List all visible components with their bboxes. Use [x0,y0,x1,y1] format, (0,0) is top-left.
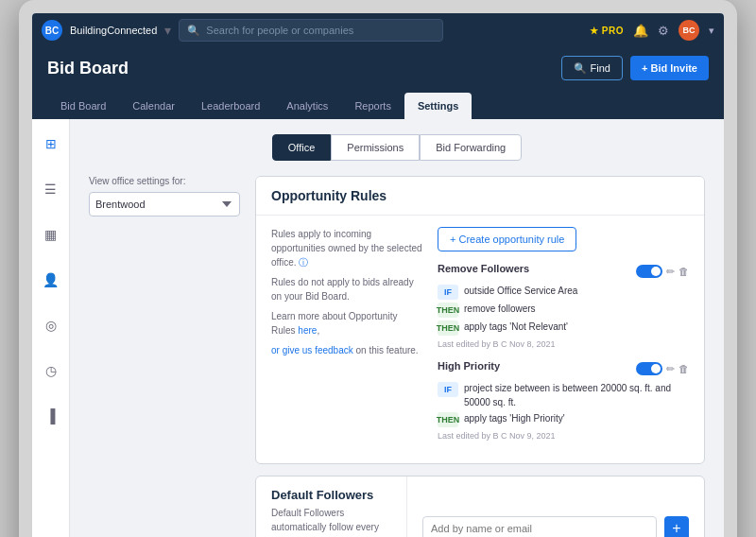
main-nav: Bid Board Calendar Leaderboard Analytics… [32,89,724,119]
desc-line3: Learn more about Opportunity Rules here, [271,309,422,338]
desc-line4: or give us feedback on this feature. [271,343,422,357]
search-bar-container: 🔍 [179,19,443,42]
rule-1-condition-3: THEN apply tags 'Not Relevant' [438,320,689,336]
rule-2-edit-icon[interactable]: ✏ [666,363,675,375]
opportunity-rules-title: Opportunity Rules [271,188,689,203]
view-office-label: View office settings for: [89,176,240,186]
rule-2-condition-2: THEN apply tags 'High Priority' [438,411,689,427]
default-followers-card: Default Followers Default Followers auto… [255,476,705,537]
right-col: Opportunity Rules Rules apply to incomin… [255,176,705,537]
rule-2-condition-1: IF project size between is between 20000… [438,381,689,409]
rule-2-delete-icon[interactable]: 🗑 [679,363,689,374]
rules-description: Rules apply to incoming opportunities ow… [271,227,422,452]
left-sidebar: ⊞ ☰ ▦ 👤 ◎ ◷ ▐ ℹ [32,119,70,537]
tab-reports[interactable]: Reports [341,93,404,119]
followers-description: Default Followers automatically follow e… [271,506,391,537]
rule-1-then-2-badge: THEN [438,320,458,336]
subtab-office[interactable]: Office [272,134,332,161]
rule-1-if-text: outside Office Service Area [464,284,689,298]
create-rule-button[interactable]: + Create opportunity rule [438,227,576,251]
rule-2-if-badge: IF [438,382,458,397]
rule-1-condition-2: THEN remove followers [438,302,689,318]
rule-1-delete-icon[interactable]: 🗑 [679,266,689,277]
search-icon: 🔍 [187,25,200,37]
desc-line1: Rules apply to incoming opportunities ow… [271,227,422,269]
rule-1-edit-icon[interactable]: ✏ [666,266,675,278]
tab-calendar[interactable]: Calendar [119,93,188,119]
followers-right: + [407,476,704,537]
nav-divider: ▾ [164,23,171,38]
followers-left: Default Followers Default Followers auto… [256,476,407,537]
tab-settings[interactable]: Settings [404,93,472,119]
sub-tabs: Office Permissions Bid Forwarding [89,134,705,161]
info-circle: ⓘ [299,257,308,268]
search-input[interactable] [206,25,435,36]
content-area: ⊞ ☰ ▦ 👤 ◎ ◷ ▐ ℹ Office Pe [32,119,724,537]
rule-1-edit-info: Last edited by B C Nov 8, 2021 [438,339,689,349]
add-follower-button[interactable]: + [664,516,689,538]
pro-badge: ★ PRO [590,26,624,36]
tab-analytics[interactable]: Analytics [273,93,341,119]
sidebar-icon-chart[interactable]: ▐ [36,401,66,431]
top-bar-right: ★ PRO 🔔 ⚙ BC ▾ [590,20,714,41]
sidebar-icon-grid[interactable]: ⊞ [36,129,66,159]
desc-line2: Rules do not apply to bids already on yo… [271,275,422,303]
card-header-opportunity-rules: Opportunity Rules [256,177,704,216]
rule-1-title: Remove Followers [438,263,529,274]
rules-content: + Create opportunity rule Remove Followe… [438,227,689,452]
rule-2-then-text: apply tags 'High Priority' [464,411,689,425]
followers-search-input[interactable] [422,516,657,538]
page-title: Bid Board [47,59,129,78]
rule-2-toggle[interactable] [636,362,662,375]
rule-1-actions: ✏ 🗑 [636,265,689,278]
rule-1-toggle[interactable] [636,265,662,278]
feedback-link[interactable]: or give us feedback [271,345,353,355]
two-col-layout: View office settings for: Brentwood Oppo… [89,176,705,537]
notification-icon[interactable]: 🔔 [633,24,648,38]
top-bar: BC BuildingConnected ▾ 🔍 ★ PRO 🔔 ⚙ BC ▾ [32,13,724,47]
bid-invite-button[interactable]: + Bid Invite [630,56,709,80]
here-link[interactable]: here [298,325,317,336]
subtab-permissions[interactable]: Permissions [331,134,420,161]
brand-name: BuildingConnected [70,25,157,36]
page-header: Bid Board 🔍 Find + Bid Invite [32,47,724,89]
rules-layout: Rules apply to incoming opportunities ow… [271,227,689,452]
sidebar-icon-calendar[interactable]: ▦ [36,219,66,250]
left-panel: View office settings for: Brentwood [89,176,240,537]
office-select[interactable]: Brentwood [89,192,240,217]
sidebar-icon-person[interactable]: 👤 [36,265,66,295]
rule-2-edit-info: Last edited by B C Nov 9, 2021 [438,431,689,441]
card-body-opportunity-rules: Rules apply to incoming opportunities ow… [256,216,704,463]
rule-1-if-badge: IF [438,285,458,300]
sidebar-icon-gear[interactable]: ◎ [36,310,66,340]
rule-2-then-badge: THEN [438,412,458,427]
settings-icon[interactable]: ⚙ [658,24,669,38]
user-avatar[interactable]: BC [679,20,699,41]
find-button[interactable]: 🔍 Find [561,56,623,80]
logo-badge[interactable]: BC [42,20,62,41]
subtab-bid-forwarding[interactable]: Bid Forwarding [420,134,522,161]
followers-title: Default Followers [271,488,391,502]
rule-1-condition-1: IF outside Office Service Area [438,284,689,300]
rule-2-title: High Priority [438,360,500,372]
tab-leaderboard[interactable]: Leaderboard [188,93,273,119]
rule-high-priority: High Priority ✏ 🗑 [438,360,689,441]
tab-bid-board[interactable]: Bid Board [47,93,119,119]
sidebar-icon-clock[interactable]: ◷ [36,355,66,386]
followers-inner: Default Followers Default Followers auto… [256,476,704,537]
header-actions: 🔍 Find + Bid Invite [561,56,709,80]
sidebar-icon-list[interactable]: ☰ [36,174,66,204]
opportunity-rules-card: Opportunity Rules Rules apply to incomin… [255,176,705,464]
rule-2-actions: ✏ 🗑 [636,362,689,375]
rule-remove-followers: Remove Followers ✏ 🗑 [438,263,689,349]
rule-1-then-1-badge: THEN [438,303,458,318]
user-dropdown-arrow[interactable]: ▾ [709,25,714,37]
rule-1-then-1-text: remove followers [464,302,689,316]
page-content: Office Permissions Bid Forwarding View o… [70,119,724,537]
find-icon: 🔍 [574,62,587,75]
rule-2-if-text: project size between is between 20000 sq… [464,381,689,409]
rule-1-then-2-text: apply tags 'Not Relevant' [464,320,689,334]
